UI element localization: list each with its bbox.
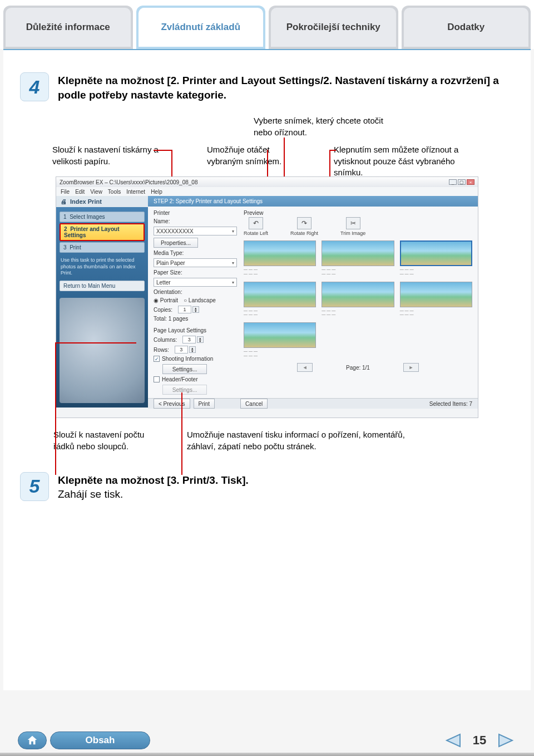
thumbnail[interactable]: — — —— — — <box>244 240 316 276</box>
page-indicator: Page: 1/1 <box>346 365 370 371</box>
printer-illustration <box>60 298 145 403</box>
properties-label: Properties... <box>161 240 191 246</box>
media-type-select[interactable]: Plain Paper <box>154 258 237 267</box>
preview-pager: ◄ Page: 1/1 ► <box>244 363 472 372</box>
sidebar-title: Index Print <box>70 198 102 205</box>
callout-trim: Klepnutím sem můžete oříznout a vytiskno… <box>334 144 478 178</box>
landscape-label: Landscape <box>189 297 216 303</box>
columns-row: Columns: 3 ▴▾ <box>154 336 237 343</box>
headerfooter-settings-button[interactable]: Settings... <box>162 385 207 395</box>
headerfooter-label: Header/Footer <box>162 376 197 382</box>
landscape-radio[interactable]: ○ Landscape <box>184 297 216 303</box>
printer-name-select[interactable]: XXXXXXXXXX <box>154 227 237 235</box>
sidebar-step-1[interactable]: 1 Select Images <box>60 212 145 222</box>
maximize-icon[interactable]: ▢ <box>458 179 466 185</box>
rotate-right-label: Rotate Right <box>290 230 318 236</box>
status-text: Selected Items: 7 <box>429 401 472 407</box>
name-value: XXXXXXXXXX <box>156 228 194 234</box>
tab-label: Pokročilejší techniky <box>286 22 380 33</box>
previous-button[interactable]: < Previous <box>154 399 190 409</box>
settings-label: Settings... <box>172 366 197 372</box>
menu-help[interactable]: Help <box>151 189 162 195</box>
sidebar: 🖨 Index Print 1 Select Images 2 Printer … <box>56 196 148 408</box>
headerfooter-checkbox[interactable] <box>154 376 160 382</box>
menu-edit[interactable]: Edit <box>75 189 85 195</box>
printer-section-label: Printer <box>154 210 237 216</box>
sidebar-step-3[interactable]: 3 Print <box>60 242 145 253</box>
menu-view[interactable]: View <box>90 189 102 195</box>
thumbnail[interactable]: — — —— — — <box>322 282 394 317</box>
tab-important[interactable]: Důležité informace <box>3 6 133 49</box>
layout-section-label: Page Layout Settings <box>154 327 237 333</box>
thumbnail[interactable]: — — —— — — <box>244 322 316 357</box>
callout-printer-paper: Slouží k nastavení tiskárny a velikosti … <box>52 144 175 167</box>
rows-value: 3 <box>175 346 188 354</box>
menu-internet[interactable]: Internet <box>126 189 145 195</box>
tab-advanced[interactable]: Pokročilejší techniky <box>269 6 398 49</box>
preview-toolbar: ↶ Rotate Left ↷ Rotate Right ✂ Trim Imag… <box>244 217 472 236</box>
copies-row: Copies: 1 ▴▾ <box>154 306 237 313</box>
thumbnail-grid: — — —— — — — — —— — — — — —— — — — — —— … <box>244 240 472 357</box>
page-next-button[interactable]: ► <box>403 363 419 372</box>
tab-label: Zvládnutí základů <box>161 22 240 33</box>
columns-stepper[interactable]: 3 ▴▾ <box>182 336 204 343</box>
trim-image-button[interactable]: ✂ Trim Image <box>340 217 365 236</box>
step-label: Printer and Layout Settings <box>64 226 119 238</box>
sidebar-steps: 1 Select Images 2 Printer and Layout Set… <box>56 207 148 257</box>
paper-size-select[interactable]: Letter <box>154 278 237 287</box>
step-index: 2 <box>64 226 67 232</box>
minimize-icon[interactable]: _ <box>449 179 457 185</box>
thumbnail[interactable]: — — —— — — <box>244 282 316 317</box>
trim-icon: ✂ <box>346 217 360 229</box>
cancel-button[interactable]: Cancel <box>240 399 268 409</box>
prev-page-button[interactable] <box>443 732 463 749</box>
chevron-left-icon <box>444 733 461 748</box>
return-label: Return to Main Menu <box>63 283 115 289</box>
menu-tools[interactable]: Tools <box>108 189 121 195</box>
thumbnail[interactable]: — — —— — — <box>400 282 472 317</box>
window-titlebar: ZoomBrowser EX – C:\Users\xxxx\Pictures\… <box>56 177 478 187</box>
properties-button[interactable]: Properties... <box>154 238 198 248</box>
close-icon[interactable]: × <box>467 179 474 185</box>
window-buttons: _ ▢ × <box>449 179 474 185</box>
step-text: Klepněte na možnost [3. Print/3. Tisk]. … <box>58 472 249 502</box>
trim-label: Trim Image <box>340 230 365 236</box>
sidebar-hint: Use this task to print the selected phot… <box>56 257 148 276</box>
page-prev-button[interactable]: ◄ <box>297 363 313 372</box>
shooting-info-checkbox[interactable]: ✓ <box>154 356 160 362</box>
rotate-right-button[interactable]: ↷ Rotate Right <box>290 217 318 236</box>
tabs-row: Důležité informace Zvládnutí základů Pok… <box>0 0 534 49</box>
portrait-label: Portrait <box>160 297 178 303</box>
home-button[interactable] <box>18 732 47 749</box>
rows-label: Rows: <box>154 347 169 353</box>
portrait-radio[interactable]: ◉ Portrait <box>154 297 178 303</box>
thumbnail-selected[interactable]: — — —— — — <box>400 240 472 276</box>
print-button[interactable]: Print <box>194 399 215 409</box>
cancel-label: Cancel <box>245 401 263 407</box>
preview-column: Preview ↶ Rotate Left ↷ Rotate Right <box>244 210 472 395</box>
page-edge <box>0 753 534 756</box>
step-plain: Zahájí se tisk. <box>58 488 123 500</box>
step-bold: Klepněte na možnost [3. Print/3. Tisk]. <box>58 474 249 486</box>
menu-file[interactable]: File <box>61 189 70 195</box>
home-icon <box>26 734 38 747</box>
return-main-menu-button[interactable]: Return to Main Menu <box>60 281 145 291</box>
shooting-info-label: Shooting Information <box>162 356 213 362</box>
orientation-radios: ◉ Portrait ○ Landscape <box>154 297 237 303</box>
shooting-settings-button[interactable]: Settings... <box>162 364 207 374</box>
rotate-left-button[interactable]: ↶ Rotate Left <box>244 217 268 236</box>
headerfooter-row: Header/Footer <box>154 376 237 382</box>
rows-stepper[interactable]: 3 ▴▾ <box>175 346 196 354</box>
tab-label: Důležité informace <box>26 22 110 33</box>
media-value: Plain Paper <box>156 260 185 266</box>
columns-label: Columns: <box>154 337 177 343</box>
tab-basics[interactable]: Zvládnutí základů <box>136 6 266 49</box>
tab-appendix[interactable]: Dodatky <box>402 6 531 49</box>
tab-label: Dodatky <box>447 22 484 33</box>
copies-stepper[interactable]: 1 ▴▾ <box>178 306 199 313</box>
contents-button[interactable]: Obsah <box>50 732 150 749</box>
next-page-button[interactable] <box>496 732 516 749</box>
thumbnail[interactable]: — — —— — — <box>322 240 394 276</box>
sidebar-step-2[interactable]: 2 Printer and Layout Settings <box>60 223 145 241</box>
page-body: 4 Klepněte na možnost [2. Printer and La… <box>3 50 531 690</box>
